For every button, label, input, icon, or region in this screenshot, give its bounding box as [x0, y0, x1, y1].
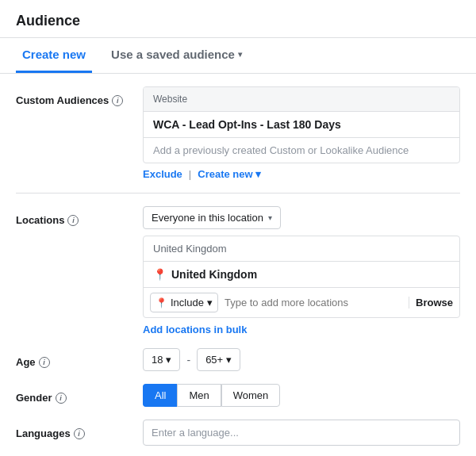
languages-info-icon[interactable]: i: [74, 428, 85, 439]
locations-info-icon[interactable]: i: [67, 215, 79, 226]
custom-audiences-control: Website WCA - Lead Opt-Ins - Last 180 Da…: [143, 86, 460, 180]
browse-button[interactable]: Browse: [409, 297, 453, 308]
location-box: United Kingdom 📍 United Kingdom 📍 Includ…: [143, 236, 460, 318]
add-bulk-link-container: Add locations in bulk: [143, 323, 460, 335]
languages-label: Languages i: [16, 420, 143, 439]
section-divider: [16, 193, 460, 194]
audience-box-placeholder: Add a previously created Custom or Looka…: [144, 137, 459, 163]
gender-label: Gender i: [16, 384, 143, 404]
custom-audiences-info-icon[interactable]: i: [112, 95, 123, 106]
location-type-dropdown[interactable]: Everyone in this location ▾: [143, 206, 281, 229]
age-info-icon[interactable]: i: [39, 357, 50, 368]
page-title: Audience: [0, 0, 476, 38]
location-search-input[interactable]: [225, 297, 405, 308]
content-area: Custom Audiences i Website WCA - Lead Op…: [0, 74, 476, 456]
age-row: Age i 18 ▾ - 65+ ▾: [16, 348, 460, 371]
link-divider: |: [189, 168, 191, 180]
age-selector: 18 ▾ - 65+ ▾: [143, 348, 460, 371]
age-min-dropdown[interactable]: 18 ▾: [143, 348, 180, 371]
chevron-down-icon: ▾: [238, 50, 242, 59]
chevron-down-icon: ▾: [207, 297, 213, 308]
locations-control: Everyone in this location ▾ United Kingd…: [143, 206, 460, 335]
audience-links: Exclude | Create new ▾: [143, 168, 460, 180]
age-max-dropdown[interactable]: 65+ ▾: [197, 348, 240, 371]
exclude-link[interactable]: Exclude: [143, 168, 182, 180]
audience-box: Website WCA - Lead Opt-Ins - Last 180 Da…: [143, 86, 460, 163]
location-country-item: 📍 United Kingdom: [144, 262, 459, 288]
custom-audiences-label: Custom Audiences i: [16, 86, 143, 106]
tab-create-new[interactable]: Create new: [16, 38, 92, 73]
pin-icon: 📍: [153, 268, 167, 281]
age-control: 18 ▾ - 65+ ▾: [143, 348, 460, 371]
pin-icon-small: 📍: [155, 297, 167, 308]
age-label: Age i: [16, 348, 143, 368]
location-country-header: United Kingdom: [144, 236, 459, 262]
custom-audiences-row: Custom Audiences i Website WCA - Lead Op…: [16, 86, 460, 180]
languages-control: [143, 420, 460, 446]
locations-label: Locations i: [16, 206, 143, 226]
gender-selector: All Men Women: [143, 384, 460, 407]
tabs-row: Create new Use a saved audience ▾: [0, 38, 476, 74]
gender-men-button[interactable]: Men: [177, 384, 221, 407]
chevron-down-icon: ▾: [226, 354, 232, 366]
chevron-down-icon: ▾: [268, 213, 272, 222]
gender-info-icon[interactable]: i: [56, 393, 67, 404]
age-separator: -: [186, 354, 190, 366]
include-dropdown[interactable]: 📍 Include ▾: [150, 293, 218, 312]
create-new-link[interactable]: Create new ▾: [198, 168, 261, 180]
gender-control: All Men Women: [143, 384, 460, 407]
add-bulk-link[interactable]: Add locations in bulk: [143, 324, 247, 335]
location-input-row: 📍 Include ▾ Browse: [144, 288, 459, 317]
chevron-down-icon: ▾: [255, 168, 261, 180]
gender-row: Gender i All Men Women: [16, 384, 460, 407]
audience-box-item: WCA - Lead Opt-Ins - Last 180 Days: [144, 112, 459, 137]
tab-saved-audience[interactable]: Use a saved audience ▾: [105, 38, 248, 73]
languages-row: Languages i: [16, 420, 460, 446]
gender-all-button[interactable]: All: [143, 384, 177, 407]
chevron-down-icon: ▾: [166, 354, 171, 366]
locations-row: Locations i Everyone in this location ▾ …: [16, 206, 460, 335]
language-input[interactable]: [143, 420, 460, 446]
audience-page: Audience Create new Use a saved audience…: [0, 0, 476, 456]
gender-women-button[interactable]: Women: [221, 384, 281, 407]
audience-box-header: Website: [144, 87, 459, 112]
